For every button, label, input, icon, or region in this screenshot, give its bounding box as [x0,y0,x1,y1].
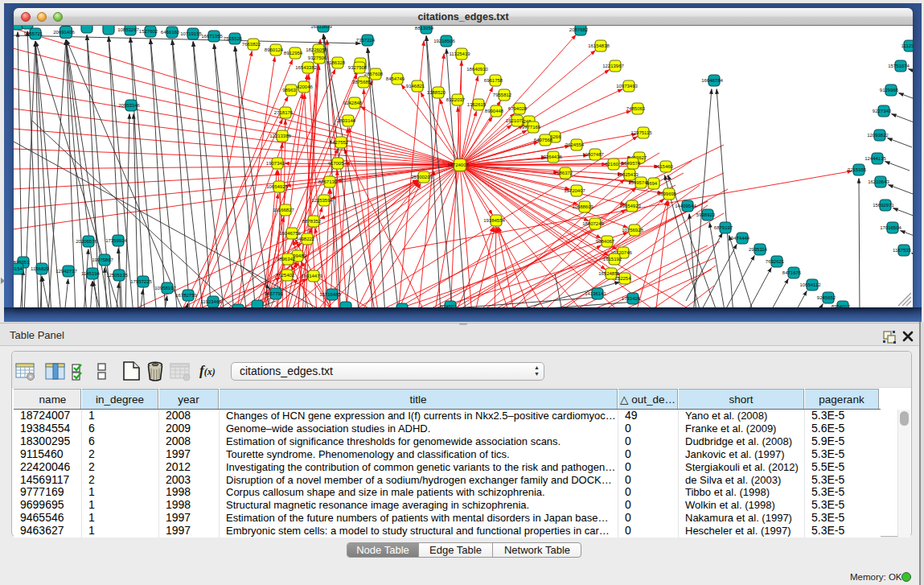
svg-text:19975867: 19975867 [92,257,113,262]
svg-text:12213389: 12213389 [269,134,291,138]
svg-text:3875685: 3875685 [352,80,372,84]
svg-text:2867608: 2867608 [364,72,384,76]
svg-text:1156829: 1156829 [31,266,50,271]
svg-text:19166827: 19166827 [273,208,294,212]
svg-text:12353594: 12353594 [311,198,333,203]
svg-text:98963: 98963 [282,88,296,93]
svg-text:25300203: 25300203 [411,175,433,179]
svg-text:1907341: 1907341 [266,161,285,166]
svg-text:16782759: 16782759 [175,293,197,298]
svg-text:10654112: 10654112 [799,282,821,287]
svg-text:5938923: 5938923 [696,212,716,217]
svg-text:924502: 924502 [440,304,457,307]
svg-text:10654925: 10654925 [266,184,288,189]
svg-text:6466160: 6466160 [161,30,180,35]
svg-text:3215955: 3215955 [848,167,867,172]
svg-text:10756928: 10756928 [622,228,643,233]
svg-text:12975115: 12975115 [630,130,652,135]
svg-text:8954012: 8954012 [832,304,851,307]
svg-text:20953346: 20953346 [118,103,140,108]
svg-text:19384554: 19384554 [483,218,505,223]
svg-text:15692971: 15692971 [873,203,894,208]
svg-text:8454749: 8454749 [386,76,405,81]
svg-text:12444135: 12444135 [864,156,886,161]
svg-text:10688609: 10688609 [572,204,593,209]
svg-text:7357224: 7357224 [356,38,376,43]
svg-text:8471676: 8471676 [782,270,802,275]
svg-text:10958107: 10958107 [154,286,176,290]
svg-text:417005: 417005 [327,161,344,166]
svg-text:20364436: 20364436 [540,154,562,159]
svg-text:19218506: 19218506 [433,39,455,43]
svg-text:10807487: 10807487 [582,152,604,157]
svg-text:62160: 62160 [605,162,618,167]
svg-text:3624554: 3624554 [565,142,585,147]
svg-text:8322037: 8322037 [446,97,466,102]
svg-text:8267130: 8267130 [318,179,338,184]
svg-text:16543382: 16543382 [295,65,317,70]
svg-text:1388520: 1388520 [427,90,446,95]
svg-text:17359924: 17359924 [105,238,127,243]
svg-text:12093822: 12093822 [867,133,889,138]
svg-text:16671355: 16671355 [201,34,223,39]
svg-text:18724007: 18724007 [447,163,469,167]
svg-text:1733426: 1733426 [622,296,641,301]
svg-text:18226058: 18226058 [306,47,327,52]
svg-text:9457791: 9457791 [265,291,284,296]
svg-text:7485063: 7485063 [626,106,646,111]
svg-text:1549574: 1549574 [622,161,641,166]
svg-text:9055721: 9055721 [24,31,43,36]
svg-text:12505135: 12505135 [106,273,128,278]
svg-text:17957225: 17957225 [130,279,152,284]
svg-text:9245652: 9245652 [817,295,836,300]
svg-text:6794028: 6794028 [508,106,528,111]
svg-text:9227343: 9227343 [873,109,892,113]
svg-text:9129966: 9129966 [880,88,899,93]
svg-text:7955812: 7955812 [493,93,512,97]
svg-text:14136141: 14136141 [585,291,606,296]
svg-text:18807249: 18807249 [582,221,604,226]
svg-text:10719155: 10719155 [180,31,202,36]
svg-text:9777169: 9777169 [522,125,541,130]
svg-text:16648784: 16648784 [701,78,723,83]
svg-text:20691406: 20691406 [53,30,75,35]
svg-text:18640910: 18640910 [466,67,488,72]
svg-text:9242848: 9242848 [343,101,363,105]
svg-text:6497568: 6497568 [534,138,553,142]
svg-text:8186328: 8186328 [326,60,346,65]
svg-text:6961758: 6961758 [484,78,503,83]
svg-text:6879197: 6879197 [714,225,733,230]
svg-text:15716485: 15716485 [319,292,341,297]
svg-text:8813054: 8813054 [415,26,434,31]
svg-text:9327506: 9327506 [308,56,327,60]
svg-text:1145194: 1145194 [81,271,101,276]
svg-text:7625402: 7625402 [276,273,295,278]
svg-text:15720407: 15720407 [564,188,585,193]
svg-text:15751074: 15751074 [888,64,910,68]
svg-text:1621072: 1621072 [506,118,525,123]
svg-text:9146821: 9146821 [406,84,425,89]
svg-text:1167533: 1167533 [893,248,912,253]
svg-text:8912954: 8912954 [284,51,303,56]
svg-text:252254: 252254 [614,276,631,281]
svg-text:8878352: 8878352 [302,219,322,224]
svg-text:9896342: 9896342 [277,257,296,262]
svg-text:7986372: 7986372 [554,171,573,175]
svg-text:5498222: 5498222 [296,237,315,241]
svg-text:9115460: 9115460 [655,164,674,169]
svg-text:20206576: 20206576 [76,239,97,244]
svg-text:8960124: 8960124 [265,47,284,52]
svg-text:11923466: 11923466 [200,299,222,304]
svg-text:9474444: 9474444 [731,236,750,241]
svg-text:16033809: 16033809 [310,26,332,29]
svg-text:4694: 4694 [647,181,658,186]
svg-text:17016504: 17016504 [880,225,901,230]
svg-text:7632621: 7632621 [766,259,785,264]
svg-text:8427552: 8427552 [330,140,349,145]
svg-text:16914479: 16914479 [301,274,322,278]
svg-text:12942737: 12942737 [55,269,77,274]
svg-text:10973493: 10973493 [616,84,638,89]
svg-text:10853267: 10853267 [117,27,139,32]
svg-text:8990448: 8990448 [485,109,504,113]
svg-text:7515526: 7515526 [224,36,243,41]
